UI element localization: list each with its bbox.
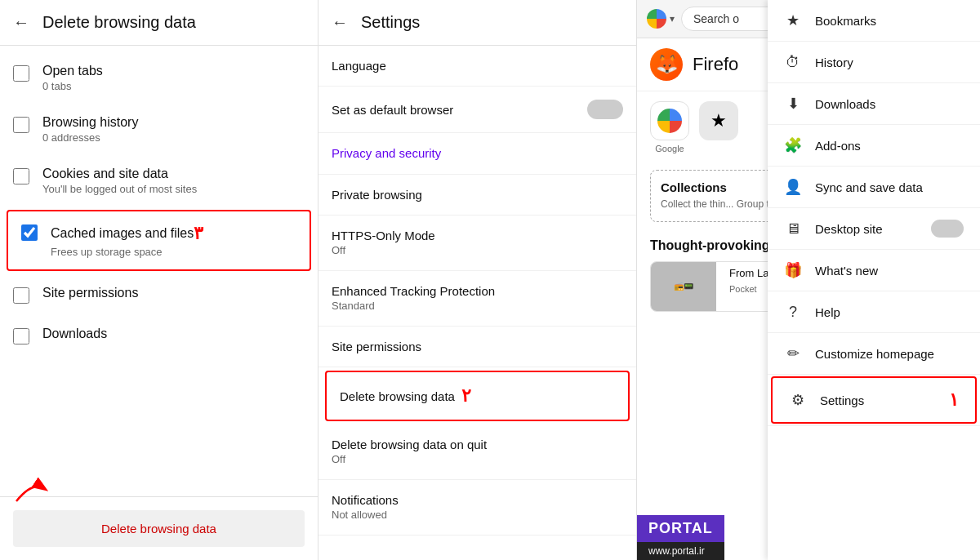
settings-item-2[interactable]: Privacy and security (318, 133, 636, 175)
panel1-header: ← Delete browsing data (0, 0, 318, 46)
back-icon-panel1[interactable]: ← (13, 13, 29, 32)
google-shortcut-icon (650, 101, 689, 140)
settings-item-6[interactable]: Site permissions (318, 327, 636, 367)
context-menu: ★Bookmarks⏱History⬇Downloads🧩Add-ons👤Syn… (768, 0, 980, 560)
menu-label-4: Sync and save data (815, 180, 964, 194)
settings-sub-4: Off (332, 244, 345, 256)
checkbox-label-3: Cached images and files (51, 226, 194, 241)
menu-label-1: History (815, 56, 964, 69)
portal-badge: PORTAL www.portal.ir (637, 515, 724, 560)
menu-item-customize-homepage[interactable]: ✏Customize homepage (768, 333, 980, 374)
menu-annotation-9: ١ (949, 389, 959, 411)
menu-label-7: Help (815, 305, 964, 319)
settings-sub-9: Not allowed (332, 509, 387, 521)
menu-item-what's-new[interactable]: 🎁What's new (768, 250, 980, 291)
checkbox-label-2: Cookies and site data (42, 167, 168, 181)
story-image: 📻📟 (651, 262, 716, 311)
panel2-title: Settings (361, 13, 420, 32)
settings-item-9[interactable]: NotificationsNot allowed (318, 480, 636, 536)
checkbox-item-0[interactable]: Open tabs0 tabs (0, 52, 318, 104)
settings-item-0[interactable]: Language (318, 46, 636, 87)
settings-label-5: Enhanced Tracking Protection (332, 284, 495, 298)
menu-label-0: Bookmarks (815, 14, 964, 28)
checkbox-label-1: Browsing history (42, 115, 138, 130)
firefox-label: Firefo (693, 54, 738, 75)
menu-icon-5: 🖥 (784, 220, 802, 238)
settings-item-4[interactable]: HTTPS-Only ModeOff (318, 216, 636, 271)
settings-panel: ← Settings LanguageSet as default browse… (318, 0, 637, 560)
settings-item-1[interactable]: Set as default browser (318, 87, 636, 133)
browser-panel: ▾ Search o 🦊 Firefo Google ★ Colle (637, 0, 980, 560)
menu-label-3: Add-ons (815, 139, 964, 153)
checkbox-2[interactable] (13, 168, 29, 184)
menu-item-help[interactable]: ?Help (768, 291, 980, 332)
menu-icon-4: 👤 (784, 178, 802, 196)
menu-item-bookmarks[interactable]: ★Bookmarks (768, 0, 980, 41)
checkbox-sub-3: Frees up storage space (51, 246, 203, 258)
extra-shortcut[interactable]: ★ (699, 101, 738, 153)
settings-item-5[interactable]: Enhanced Tracking ProtectionStandard (318, 271, 636, 327)
toggle-1[interactable] (587, 100, 623, 119)
menu-label-2: Downloads (815, 97, 964, 111)
checkbox-5[interactable] (13, 328, 29, 344)
menu-icon-1: ⏱ (784, 53, 802, 71)
menu-icon-6: 🎁 (784, 261, 802, 279)
menu-item-downloads[interactable]: ⬇Downloads (768, 83, 980, 124)
checkbox-item-3[interactable]: Cached images and files٣Frees up storage… (7, 210, 311, 271)
settings-label-4: HTTPS-Only Mode (332, 229, 435, 242)
menu-item-sync-and-save-data[interactable]: 👤Sync and save data (768, 167, 980, 207)
checkbox-item-5[interactable]: Downloads (0, 315, 318, 356)
delete-browsing-data-panel: ← Delete browsing data Open tabs0 tabsBr… (0, 0, 318, 560)
google-shortcut-label: Google (655, 144, 684, 153)
settings-item-7[interactable]: Delete browsing data٢ (325, 371, 630, 421)
menu-item-history[interactable]: ⏱History (768, 42, 980, 82)
menu-label-6: What's new (815, 264, 964, 278)
menu-toggle-5[interactable] (931, 220, 964, 238)
delete-btn-container: Delete browsing data (0, 496, 318, 560)
panel2-header: ← Settings (318, 0, 636, 46)
menu-icon-8: ✏ (784, 344, 802, 362)
settings-label-0: Language (332, 59, 386, 73)
checkbox-3[interactable] (21, 224, 38, 241)
settings-sub-8: Off (332, 453, 345, 465)
settings-label-link-2: Privacy and security (332, 146, 441, 160)
checkbox-1[interactable] (13, 117, 29, 133)
delete-browsing-data-button[interactable]: Delete browsing data (13, 510, 305, 547)
checkbox-sub-2: You'll be logged out of most sites (42, 183, 197, 195)
portal-label: PORTAL (637, 515, 724, 542)
menu-item-settings[interactable]: ⚙Settings١ (771, 376, 977, 424)
checkbox-sub-0: 0 tabs (42, 80, 103, 92)
settings-label-6: Site permissions (332, 340, 421, 353)
extra-shortcut-icon: ★ (699, 101, 738, 140)
google-dropdown-icon[interactable]: ▾ (670, 13, 675, 24)
menu-item-desktop-site[interactable]: 🖥Desktop site (768, 208, 980, 249)
google-g-icon (647, 9, 666, 29)
google-logo: ▾ (647, 9, 675, 29)
google-shortcut[interactable]: Google (650, 101, 689, 153)
checkbox-sub-1: 0 addresses (42, 131, 138, 144)
checkbox-item-2[interactable]: Cookies and site dataYou'll be logged ou… (0, 155, 318, 207)
checkbox-4[interactable] (13, 287, 29, 304)
menu-item-add-ons[interactable]: 🧩Add-ons (768, 125, 980, 166)
checkbox-item-4[interactable]: Site permissions (0, 274, 318, 315)
settings-annotation-7: ٢ (461, 385, 471, 407)
checkbox-label-4: Site permissions (42, 286, 138, 300)
checkbox-0[interactable] (13, 65, 29, 82)
menu-divider-8 (768, 374, 980, 375)
menu-label-5: Desktop site (815, 222, 918, 236)
search-text: Search o (693, 12, 739, 25)
menu-icon-0: ★ (784, 11, 802, 29)
menu-icon-7: ? (784, 303, 802, 321)
settings-item-3[interactable]: Private browsing (318, 175, 636, 216)
menu-icon-3: 🧩 (784, 136, 802, 154)
checkbox-item-1[interactable]: Browsing history0 addresses (0, 104, 318, 155)
settings-list: LanguageSet as default browserPrivacy an… (318, 46, 636, 560)
menu-label-9: Settings (820, 393, 936, 407)
settings-item-8[interactable]: Delete browsing data on quitOff (318, 424, 636, 480)
checkbox-label-0: Open tabs (42, 64, 103, 78)
back-icon-panel2[interactable]: ← (332, 13, 348, 32)
checkbox-label-5: Downloads (42, 327, 107, 341)
settings-label-3: Private browsing (332, 188, 422, 202)
arrow-annotation (8, 473, 49, 505)
settings-sub-5: Standard (332, 300, 375, 312)
